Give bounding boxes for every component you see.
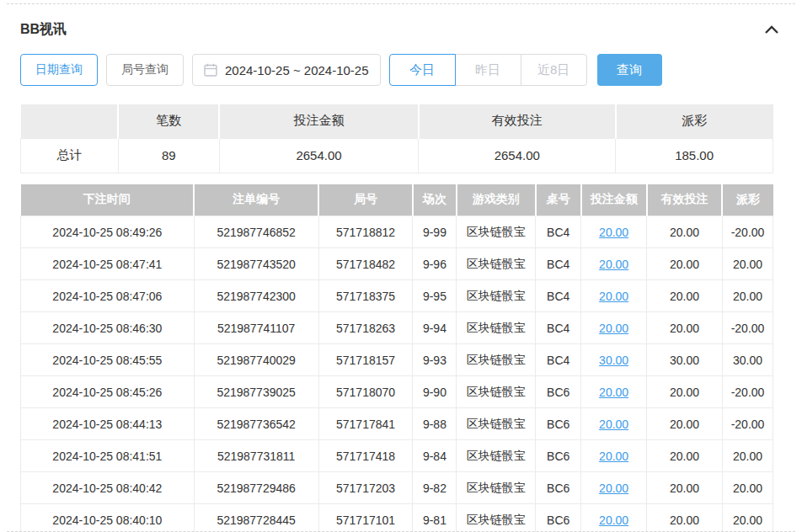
collapse-chevron-up-icon[interactable]: [762, 22, 782, 37]
order-number-cell: 521987731811: [194, 440, 318, 472]
game-type-cell: 区块链骰宝: [457, 312, 536, 344]
today-button[interactable]: 今日: [389, 54, 456, 86]
payout-cell: 20.00: [722, 504, 773, 532]
search-button[interactable]: 查询: [597, 54, 662, 86]
game-type-cell: 区块链骰宝: [457, 376, 536, 408]
table-row: 2024-10-25 08:47:41521987743520571718482…: [21, 248, 773, 280]
session-cell: 9-94: [413, 312, 457, 344]
summary-header-cell: 笔数: [118, 104, 219, 138]
top-divider: [7, 3, 795, 4]
bet-time-cell: 2024-10-25 08:45:55: [21, 344, 195, 376]
session-cell: 9-96: [413, 248, 457, 280]
summary-table: 笔数投注金额有效投注派彩 总计892654.002654.00185.00: [20, 104, 773, 173]
bet-table-header-cell: 派彩: [722, 184, 773, 216]
table-row: 2024-10-25 08:40:10521987728445571717101…: [21, 504, 773, 532]
table-number-cell: BC4: [536, 216, 581, 248]
panel-title: BB视讯: [20, 21, 67, 39]
session-cell: 9-84: [413, 440, 457, 472]
payout-cell: -20.00: [722, 408, 773, 440]
last-8-days-button[interactable]: 近8日: [521, 54, 587, 86]
payout-cell: -20.00: [722, 216, 773, 248]
bet-amount-link[interactable]: 20.00: [599, 450, 628, 463]
bet-amount-link[interactable]: 30.00: [599, 354, 628, 367]
bet-amount-link[interactable]: 20.00: [599, 258, 628, 271]
order-number-cell: 521987742300: [194, 280, 318, 312]
bet-records-table: 下注时间注单编号局号场次游戏类别桌号投注金额有效投注派彩 2024-10-25 …: [20, 184, 773, 532]
bet-time-cell: 2024-10-25 08:40:42: [21, 472, 195, 504]
bet-amount-link[interactable]: 20.00: [599, 418, 628, 431]
table-number-cell: BC4: [536, 280, 581, 312]
round-number-cell: 571717101: [318, 504, 413, 532]
bet-time-cell: 2024-10-25 08:45:26: [21, 376, 195, 408]
order-number-cell: 521987729486: [194, 472, 318, 504]
table-number-cell: BC4: [536, 248, 581, 280]
order-number-cell: 521987743520: [194, 248, 318, 280]
game-type-cell: 区块链骰宝: [457, 344, 536, 376]
date-query-tab[interactable]: 日期查询: [20, 54, 98, 86]
round-number-cell: 571718263: [318, 312, 413, 344]
valid-bet-cell: 20.00: [647, 472, 723, 504]
game-type-cell: 区块链骰宝: [457, 408, 536, 440]
order-number-cell: 521987741107: [194, 312, 318, 344]
bet-amount-cell: 20.00: [581, 408, 647, 440]
round-number-cell: 571718070: [318, 376, 413, 408]
payout-cell: 20.00: [722, 440, 773, 472]
bet-amount-link[interactable]: 20.00: [599, 290, 628, 303]
bet-table-header-cell: 有效投注: [647, 184, 723, 216]
valid-bet-cell: 30.00: [647, 344, 723, 376]
bet-amount-link[interactable]: 20.00: [599, 226, 628, 239]
bet-amount-cell: 20.00: [581, 248, 647, 280]
bet-amount-link[interactable]: 20.00: [599, 481, 628, 495]
date-range-value: 2024-10-25 ~ 2024-10-25: [225, 63, 369, 77]
bet-table-header-cell: 投注金额: [581, 184, 647, 216]
summary-value-cell: 2654.00: [219, 138, 419, 173]
valid-bet-cell: 20.00: [647, 280, 723, 312]
table-row: 2024-10-25 08:49:26521987746852571718812…: [21, 216, 773, 248]
table-row: 2024-10-25 08:47:06521987742300571718375…: [21, 280, 773, 312]
round-number-cell: 571718157: [318, 344, 413, 376]
bet-time-cell: 2024-10-25 08:40:10: [21, 504, 195, 532]
valid-bet-cell: 20.00: [647, 312, 723, 344]
table-row: 2024-10-25 08:41:51521987731811571717418…: [21, 440, 773, 472]
summary-total-row: 总计892654.002654.00185.00: [21, 138, 773, 173]
bet-table-header-cell: 场次: [413, 184, 457, 216]
order-number-cell: 521987740029: [194, 344, 318, 376]
valid-bet-cell: 20.00: [647, 216, 723, 248]
payout-cell: 20.00: [722, 248, 773, 280]
session-cell: 9-93: [413, 344, 457, 376]
round-number-cell: 571717418: [318, 440, 413, 472]
valid-bet-cell: 20.00: [647, 248, 723, 280]
summary-value-cell: 总计: [21, 138, 119, 173]
summary-value-cell: 89: [118, 138, 219, 173]
summary-header-cell: 派彩: [616, 104, 773, 138]
session-cell: 9-88: [413, 408, 457, 440]
summary-value-cell: 185.00: [616, 138, 773, 173]
yesterday-button[interactable]: 昨日: [455, 54, 521, 86]
bet-amount-link[interactable]: 20.00: [599, 386, 628, 399]
table-row: 2024-10-25 08:45:26521987739025571718070…: [21, 376, 773, 408]
round-query-tab[interactable]: 局号查询: [106, 54, 184, 86]
game-type-cell: 区块链骰宝: [457, 504, 536, 532]
payout-cell: 20.00: [722, 472, 773, 504]
valid-bet-cell: 20.00: [647, 440, 723, 472]
bet-time-cell: 2024-10-25 08:47:06: [21, 280, 195, 312]
session-cell: 9-95: [413, 280, 457, 312]
panel-header: BB视讯: [20, 19, 782, 40]
valid-bet-cell: 20.00: [647, 504, 723, 532]
session-cell: 9-99: [413, 216, 457, 248]
bet-amount-link[interactable]: 20.00: [599, 322, 628, 335]
summary-header-cell: [21, 104, 119, 138]
bet-table-header-cell: 下注时间: [21, 184, 195, 216]
game-type-cell: 区块链骰宝: [457, 216, 536, 248]
table-number-cell: BC6: [536, 408, 581, 440]
order-number-cell: 521987739025: [194, 376, 318, 408]
payout-cell: -20.00: [722, 312, 773, 344]
game-type-cell: 区块链骰宝: [457, 248, 536, 280]
bet-amount-link[interactable]: 20.00: [599, 513, 628, 527]
table-row: 2024-10-25 08:40:42521987729486571717203…: [21, 472, 773, 504]
game-type-cell: 区块链骰宝: [457, 472, 536, 504]
bet-time-cell: 2024-10-25 08:41:51: [21, 440, 195, 472]
date-range-input[interactable]: 2024-10-25 ~ 2024-10-25: [192, 54, 381, 86]
bet-amount-cell: 20.00: [581, 280, 647, 312]
bet-amount-cell: 30.00: [581, 344, 647, 376]
